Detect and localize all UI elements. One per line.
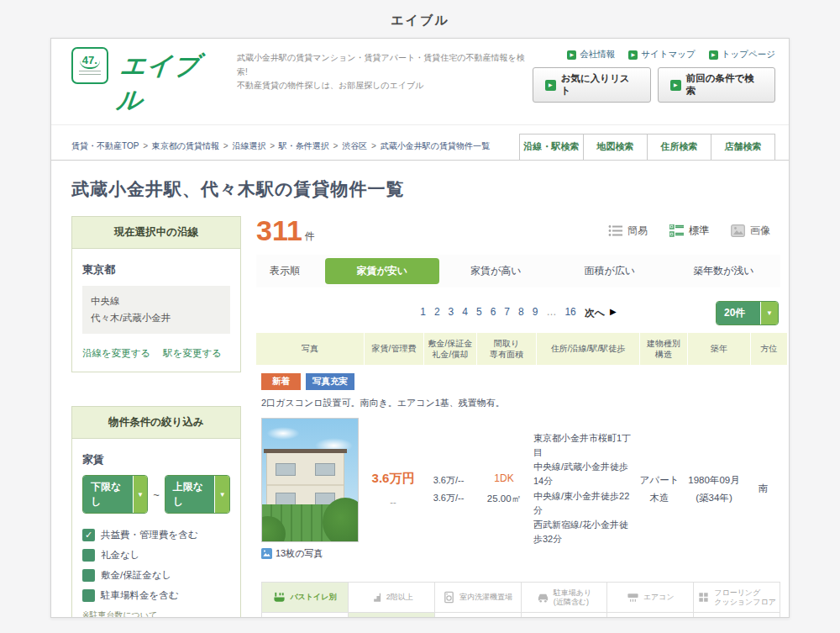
tab-shop-search[interactable]: 店舗検索 [711, 134, 775, 160]
checkbox-icon [82, 589, 95, 602]
badge-number: 47. [80, 54, 100, 69]
checkbox-include-parking-fee[interactable]: 駐車場料金を含む [82, 589, 230, 602]
rent-max-dropdown[interactable]: 上限なし [165, 475, 230, 514]
col-deposit: 敷金/保証金礼金/償却 [424, 333, 476, 365]
tab-address-search[interactable]: 住所検索 [647, 134, 711, 160]
view-mode-standard[interactable]: 標準 [669, 224, 709, 238]
page-2[interactable]: 2 [434, 306, 440, 320]
feature-separate-bath-toilet: バストイレ別 [262, 583, 349, 613]
line-name: 中央線 [91, 293, 222, 310]
taglines: 武蔵小金井駅の賃貸マンション・賃貸アパート・賃貸住宅の不動産情報を検索! 不動産… [237, 51, 533, 93]
breadcrumb-item[interactable]: 駅・条件選択 [279, 141, 342, 150]
col-layout: 間取り専有面積 [477, 333, 536, 365]
per-page-dropdown[interactable]: 20件 [716, 301, 779, 325]
selected-line-header: 現在選択中の沿線 [72, 217, 240, 249]
standard-list-icon [669, 224, 684, 237]
photo-icon [261, 548, 272, 559]
sort-rent-desc[interactable]: 家賃が高い [439, 258, 554, 284]
stairs-icon [370, 591, 382, 604]
page-7[interactable]: 7 [504, 306, 510, 320]
previous-search-button[interactable]: 前回の条件で検索 [658, 67, 775, 103]
link-sitemap[interactable]: サイトマップ [628, 49, 695, 61]
link-top-page[interactable]: トップページ [709, 49, 775, 61]
feature-reheating: 追い焚き機能 [694, 613, 780, 618]
col-rent: 家賃/管理費 [365, 333, 423, 365]
breadcrumb-item[interactable]: 渋谷区 [342, 141, 380, 150]
breadcrumb-item[interactable]: 沿線選択 [232, 141, 278, 150]
page-5[interactable]: 5 [476, 306, 482, 320]
page-6[interactable]: 6 [491, 306, 496, 320]
breadcrumb-item[interactable]: 東京都の賃貸情報 [152, 141, 233, 150]
rent-max-value: 上限なし [165, 476, 215, 513]
rent-min-dropdown[interactable]: 下限なし [82, 475, 148, 514]
green-arrow-icon [709, 50, 718, 60]
checkbox-icon [82, 569, 95, 582]
link-label: トップページ [722, 49, 775, 61]
sort-area-desc[interactable]: 面積が広い [553, 258, 667, 284]
view-mode-simple[interactable]: 簡易 [608, 224, 648, 238]
layout-value: 1DK [475, 472, 533, 484]
nav-row: 賃貸・不動産TOP東京都の賃貸情報沿線選択駅・条件選択渋谷区武蔵小金井駅の賃貸物… [51, 125, 789, 161]
feature-closet: クローゼット [522, 613, 608, 618]
table-header: 写真 家賃/管理費 敷金/保証金礼金/償却 間取り専有面積 住所/沿線/駅/駅徒… [256, 333, 780, 365]
filter-box: 物件条件の絞り込み 家賃 下限なし ~ 上限なし [71, 406, 241, 618]
page-3[interactable]: 3 [449, 306, 454, 320]
page-1[interactable]: 1 [420, 306, 426, 320]
tab-map-search[interactable]: 地図検索 [583, 134, 648, 160]
parking-note-link[interactable]: ※駐車台数について [82, 609, 230, 618]
header-buttons: お気に入りリスト 前回の条件で検索 [533, 67, 775, 103]
photo-rich-badge: 写真充実 [306, 373, 354, 390]
checkbox-label: 共益費・管理費を含む [101, 529, 198, 541]
tab-line-station-search[interactable]: 沿線・駅検索 [519, 134, 584, 160]
rent-cell: 3.6万円 -- [364, 471, 423, 507]
link-company-info[interactable]: 会社情報 [567, 49, 615, 61]
checkbox-include-admin-fee[interactable]: 共益費・管理費を含む [82, 529, 230, 541]
breadcrumb-item[interactable]: 賃貸・不動産TOP [71, 141, 152, 150]
next-page-link[interactable]: 次へ [585, 306, 605, 320]
able-logo[interactable]: エイブル [114, 49, 227, 118]
sort-age-asc[interactable]: 築年数が浅い [667, 258, 781, 284]
station-names: 代々木/武蔵小金井 [91, 310, 222, 327]
change-station-link[interactable]: 駅を変更する [163, 347, 222, 360]
sort-bar: 表示順 家賃が安い 家賃が高い 面積が広い 築年数が浅い [256, 255, 780, 287]
structure: 木造 [636, 489, 683, 507]
change-line-link[interactable]: 沿線を変更する [82, 347, 150, 360]
checkbox-no-key-money[interactable]: 礼金なし [82, 549, 230, 562]
feature-flooring: フローリングクッションフロア [694, 583, 780, 613]
view-label: 標準 [689, 224, 709, 238]
favorites-list-button[interactable]: お気に入りリスト [533, 67, 651, 103]
deposit-value: 3.6万/-- [423, 472, 475, 489]
per-page-value: 20件 [717, 302, 760, 324]
washing-machine-icon [443, 591, 455, 604]
view-mode-switcher: 簡易 標準 画像 [608, 224, 780, 238]
feature-parking: 駐車場あり(近隣含む) [522, 583, 608, 613]
rent-min-value: 下限なし [83, 476, 133, 513]
view-label: 簡易 [627, 224, 648, 238]
car-icon [537, 591, 549, 604]
breadcrumb: 賃貸・不動産TOP東京都の賃貸情報沿線選択駅・条件選択渋谷区武蔵小金井駅の賃貸物… [71, 140, 490, 160]
built-age: (築34年) [683, 489, 745, 507]
content-columns: 現在選択中の沿線 東京都 中央線 代々木/武蔵小金井 沿線を変更する 駅を変更す… [51, 214, 789, 618]
sort-rent-asc[interactable]: 家賃が安い [325, 258, 439, 284]
page-4[interactable]: 4 [462, 306, 468, 320]
page-16[interactable]: 16 [564, 306, 575, 320]
direction-value: 南 [745, 480, 781, 498]
checkbox-no-deposit[interactable]: 敷金/保証金なし [82, 569, 230, 582]
col-direction: 方位 [751, 333, 787, 365]
property-photo[interactable] [261, 418, 359, 542]
col-address: 住所/沿線/駅/駅徒歩 [537, 333, 639, 365]
built-cell: 1980年09月 (築34年) [683, 472, 745, 506]
page-9[interactable]: 9 [533, 306, 538, 320]
pagination: 1 2 3 4 5 6 7 8 9 … 16 次へ ▶ [256, 306, 780, 320]
green-arrow-icon [567, 50, 576, 60]
feature-gas-stove: ガスコンロ付または設置可 [349, 613, 435, 618]
selected-line-box: 現在選択中の沿線 東京都 中央線 代々木/武蔵小金井 沿線を変更する 駅を変更す… [71, 216, 241, 372]
list-icon [608, 224, 622, 237]
col-building: 建物種別構造 [640, 333, 687, 365]
sidebar: 現在選択中の沿線 東京都 中央線 代々木/武蔵小金井 沿線を変更する 駅を変更す… [71, 216, 241, 618]
view-mode-image[interactable]: 画像 [731, 224, 770, 238]
photo-count-link[interactable]: 13枚の写真 [261, 547, 364, 560]
checkbox-label: 敷金/保証金なし [101, 569, 171, 582]
page-8[interactable]: 8 [518, 306, 524, 320]
chevron-down-icon [760, 302, 778, 324]
